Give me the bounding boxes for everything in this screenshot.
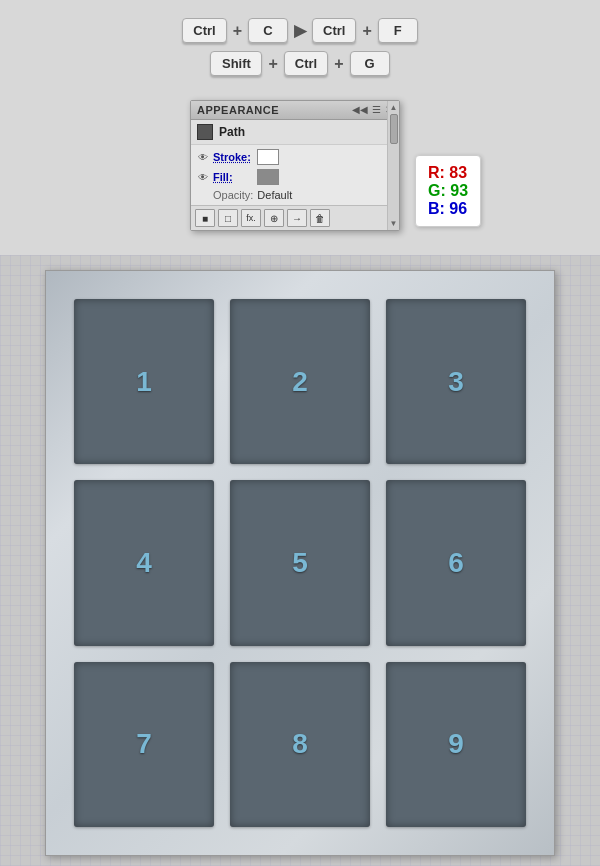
shortcuts-area: Ctrl + C ▶ Ctrl + F Shift + Ctrl + G (0, 18, 600, 76)
scroll-track (388, 114, 399, 217)
cell-number-2: 2 (292, 366, 308, 398)
grid-cell-2: 2 (222, 291, 378, 472)
panel-title: APPEARANCE (197, 104, 279, 116)
stroke-preview[interactable] (257, 149, 279, 165)
path-label: Path (219, 125, 245, 139)
panel-path-row: Path (191, 120, 399, 145)
path-icon (197, 124, 213, 140)
cell-inner-4: 4 (74, 480, 214, 645)
cell-inner-8: 8 (230, 662, 370, 827)
scroll-down-icon[interactable]: ▼ (388, 217, 400, 230)
add-stroke-button[interactable]: □ (218, 209, 238, 227)
grid-cell-6: 6 (378, 472, 534, 653)
stroke-row: 👁 Stroke: (191, 147, 399, 167)
delete-button[interactable]: 🗑 (310, 209, 330, 227)
b-value: 96 (449, 200, 467, 217)
stroke-eye-icon[interactable]: 👁 (195, 151, 211, 163)
grid-cell-5: 5 (222, 472, 378, 653)
cell-number-9: 9 (448, 728, 464, 760)
cell-number-8: 8 (292, 728, 308, 760)
panel-collapse-icon[interactable]: ◀◀ (352, 105, 368, 115)
cell-inner-7: 7 (74, 662, 214, 827)
fill-label[interactable]: Fill: (213, 171, 255, 183)
grid-cell-3: 3 (378, 291, 534, 472)
cell-inner-1: 1 (74, 299, 214, 464)
fill-row: 👁 Fill: (191, 167, 399, 187)
cell-number-3: 3 (448, 366, 464, 398)
arrow-operator: ▶ (294, 21, 306, 40)
key-ctrl-3[interactable]: Ctrl (284, 51, 328, 76)
shortcut-row-2: Shift + Ctrl + G (210, 51, 389, 76)
panel-scrollbar: ▲ ▼ (387, 101, 399, 230)
fill-eye-icon[interactable]: 👁 (195, 171, 211, 183)
panel-bottom-bar: ■ □ fx. ⊕ → 🗑 (191, 205, 399, 230)
key-f[interactable]: F (378, 18, 418, 43)
r-value: 83 (449, 164, 467, 181)
cell-inner-6: 6 (386, 480, 526, 645)
grid-cell-7: 7 (66, 654, 222, 835)
cell-number-7: 7 (136, 728, 152, 760)
grid-container: 123456789 (66, 291, 534, 835)
appearance-panel: APPEARANCE ◀◀ ☰ ✕ Path 👁 Stroke: 👁 Fill: (190, 100, 400, 231)
add-fill-button[interactable]: ■ (195, 209, 215, 227)
plus-operator-2: + (362, 22, 371, 40)
panel-rows: 👁 Stroke: 👁 Fill: Opacity: Default (191, 145, 399, 205)
g-value: 93 (450, 182, 468, 199)
shortcut-row-1: Ctrl + C ▶ Ctrl + F (182, 18, 417, 43)
plus-operator-4: + (334, 55, 343, 73)
b-value-row: B: 96 (428, 200, 468, 218)
r-value-row: R: 83 (428, 164, 468, 182)
cell-number-1: 1 (136, 366, 152, 398)
cell-inner-5: 5 (230, 480, 370, 645)
canvas-area: 123456789 (0, 255, 600, 866)
panel-titlebar: APPEARANCE ◀◀ ☰ ✕ (191, 101, 399, 120)
key-c[interactable]: C (248, 18, 288, 43)
plus-operator-1: + (233, 22, 242, 40)
opacity-label: Opacity: (213, 189, 253, 201)
cell-number-6: 6 (448, 547, 464, 579)
effect-button[interactable]: ⊕ (264, 209, 284, 227)
scroll-thumb[interactable] (390, 114, 398, 144)
key-ctrl-1[interactable]: Ctrl (182, 18, 226, 43)
cell-inner-3: 3 (386, 299, 526, 464)
cell-inner-9: 9 (386, 662, 526, 827)
color-readout: R: 83 G: 93 B: 96 (415, 155, 481, 227)
grid-cell-8: 8 (222, 654, 378, 835)
stroke-label[interactable]: Stroke: (213, 151, 255, 163)
plus-operator-3: + (268, 55, 277, 73)
arrow-button[interactable]: → (287, 209, 307, 227)
key-ctrl-2[interactable]: Ctrl (312, 18, 356, 43)
r-label: R: (428, 164, 445, 181)
g-value-row: G: 93 (428, 182, 468, 200)
fill-preview[interactable] (257, 169, 279, 185)
cell-inner-2: 2 (230, 299, 370, 464)
grid-cell-4: 4 (66, 472, 222, 653)
key-g[interactable]: G (350, 51, 390, 76)
cell-number-5: 5 (292, 547, 308, 579)
grid-cell-9: 9 (378, 654, 534, 835)
key-shift[interactable]: Shift (210, 51, 262, 76)
artwork-panel: 123456789 (45, 270, 555, 856)
g-label: G: (428, 182, 446, 199)
b-label: B: (428, 200, 445, 217)
opacity-row: Opacity: Default (191, 187, 399, 203)
opacity-value: Default (257, 189, 292, 201)
cell-number-4: 4 (136, 547, 152, 579)
grid-cell-1: 1 (66, 291, 222, 472)
fx-button[interactable]: fx. (241, 209, 261, 227)
panel-menu-icon[interactable]: ☰ (372, 105, 381, 115)
scroll-up-icon[interactable]: ▲ (388, 101, 400, 114)
